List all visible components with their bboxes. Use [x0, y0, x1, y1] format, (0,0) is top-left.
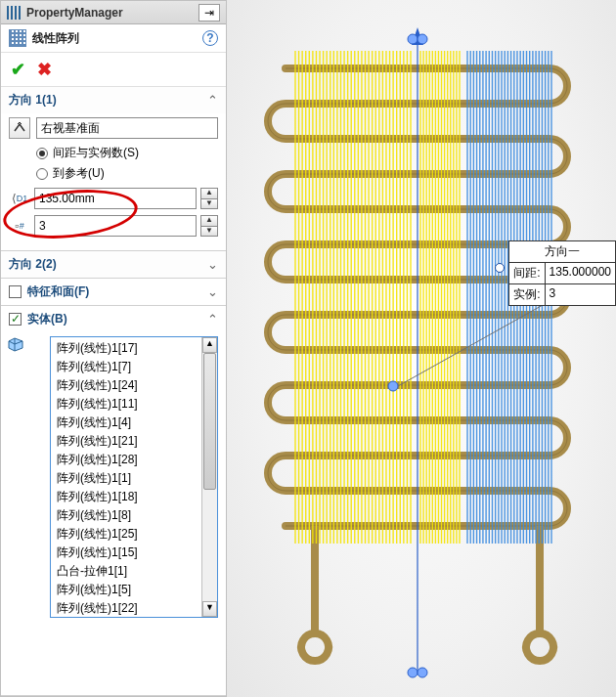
radio-spacing-instances[interactable]: 间距与实例数(S)	[36, 145, 218, 161]
pm-title: PropertyManager	[26, 6, 198, 20]
radio-upto-reference[interactable]: 到参考(U)	[36, 165, 218, 182]
feature-name: 线性阵列	[32, 30, 202, 47]
bodies-checkbox[interactable]	[9, 313, 22, 326]
model-render	[227, 0, 616, 697]
ok-button[interactable]: ✔	[11, 59, 25, 80]
radio-spacing-instances-label: 间距与实例数(S)	[53, 145, 139, 161]
list-item[interactable]: 阵列(线性)1[7]	[51, 358, 201, 376]
chevron-down-icon: ⌄	[207, 257, 218, 272]
section-direction2-title: 方向 2(2)	[9, 256, 207, 273]
property-manager-panel: PropertyManager ⇥ 线性阵列 ? ✔ ✖ 方向 1(1) ⌃ 右…	[0, 0, 227, 697]
list-item[interactable]: 阵列(线性)1[22]	[51, 599, 201, 617]
radio-spacing-instances-dot[interactable]	[36, 148, 48, 159]
bodies-scrollbar[interactable]: ▲ ▼	[201, 337, 217, 617]
scroll-thumb[interactable]	[203, 353, 216, 490]
list-item[interactable]: 阵列(线性)1[21]	[51, 432, 201, 451]
count-down-button[interactable]: ▼	[201, 226, 217, 236]
list-item[interactable]: 凸台-拉伸1[1]	[51, 562, 201, 581]
scroll-up-button[interactable]: ▲	[202, 337, 217, 353]
chevron-down-icon: ⌄	[207, 284, 218, 299]
list-item[interactable]: 阵列(线性)1[24]	[51, 376, 201, 395]
section-direction2: 方向 2(2) ⌄	[1, 251, 226, 279]
list-item[interactable]: 阵列(线性)1[17]	[51, 339, 201, 358]
list-item[interactable]: 阵列(线性)1[4]	[51, 414, 201, 432]
svg-point-79	[418, 34, 427, 44]
cancel-button[interactable]: ✖	[37, 59, 52, 80]
spacing-down-button[interactable]: ▼	[201, 198, 217, 208]
list-item[interactable]: 阵列(线性)1[8]	[51, 506, 201, 525]
section-direction1-header[interactable]: 方向 1(1) ⌃	[1, 87, 226, 113]
callout-spacing-label: 间距:	[509, 263, 545, 284]
section-bodies: 实体(B) ⌃ 阵列(线性)1[17]阵列(线性)1[7]阵列(线性)1[24]…	[1, 306, 226, 696]
scroll-track[interactable]	[202, 353, 217, 601]
bodies-label: 实体(B)	[27, 311, 111, 327]
list-item[interactable]: 阵列(线性)1[1]	[51, 469, 201, 488]
callout-direction1[interactable]: 方向一 间距: 135.000000 实例: 3	[508, 240, 616, 306]
list-item[interactable]: 阵列(线性)1[18]	[51, 488, 201, 506]
features-faces-checkbox[interactable]	[9, 285, 22, 298]
scroll-down-button[interactable]: ▼	[202, 601, 217, 617]
pin-button[interactable]: ⇥	[198, 4, 220, 22]
list-item[interactable]: 阵列(线性)1[28]	[51, 451, 201, 469]
spacing-input[interactable]	[34, 188, 197, 209]
section-direction2-header[interactable]: 方向 2(2) ⌄	[1, 251, 226, 278]
svg-point-80	[408, 668, 418, 677]
callout-title: 方向一	[509, 241, 615, 263]
svg-point-78	[408, 34, 418, 44]
features-faces-label: 特征和面(F)	[27, 283, 111, 300]
pm-header-icon	[7, 6, 21, 20]
list-item[interactable]: 阵列(线性)1[25]	[51, 525, 201, 544]
solid-body-icon	[7, 336, 24, 352]
spacing-icon: ⟨D1	[9, 189, 30, 208]
section-features-faces: 特征和面(F) ⌄	[1, 279, 226, 306]
feature-header: 线性阵列 ?	[1, 24, 226, 53]
list-item[interactable]: 阵列(线性)1[5]	[51, 581, 201, 599]
help-button[interactable]: ?	[202, 30, 218, 46]
svg-point-81	[418, 668, 427, 677]
reverse-direction-button[interactable]	[9, 117, 30, 139]
graphics-viewport[interactable]: 方向一 间距: 135.000000 实例: 3	[227, 0, 616, 697]
callout-spacing-value[interactable]: 135.000000	[546, 263, 615, 284]
linear-pattern-icon	[9, 29, 26, 47]
bodies-listbox[interactable]: 阵列(线性)1[17]阵列(线性)1[7]阵列(线性)1[24]阵列(线性)1[…	[50, 336, 218, 618]
chevron-up-icon: ⌃	[207, 312, 218, 327]
callout-count-label: 实例:	[509, 284, 545, 305]
spacing-spinner: ▲ ▼	[200, 188, 218, 209]
count-up-button[interactable]: ▲	[201, 216, 217, 226]
list-item[interactable]: 阵列(线性)1[15]	[51, 544, 201, 562]
direction1-reference-input[interactable]: 右视基准面	[36, 117, 218, 139]
chevron-up-icon: ⌃	[207, 93, 218, 108]
count-input[interactable]	[34, 215, 197, 237]
pin-icon: ⇥	[204, 6, 214, 20]
section-direction1-title: 方向 1(1)	[9, 92, 207, 109]
radio-upto-reference-label: 到参考(U)	[53, 165, 105, 182]
count-icon: ▫#	[9, 216, 30, 236]
pm-header: PropertyManager ⇥	[1, 1, 226, 24]
list-item[interactable]: 阵列(线性)1[11]	[51, 395, 201, 414]
svg-point-82	[388, 381, 398, 391]
reverse-arrow-icon	[13, 121, 26, 135]
spacing-up-button[interactable]: ▲	[201, 189, 217, 198]
callout-count-value[interactable]: 3	[546, 284, 560, 305]
count-spinner: ▲ ▼	[200, 215, 218, 237]
section-direction1: 方向 1(1) ⌃ 右视基准面 间距与实例数(S) 到参考(U) ⟨D1	[1, 87, 226, 251]
confirm-row: ✔ ✖	[1, 53, 226, 87]
radio-upto-reference-dot[interactable]	[36, 168, 48, 180]
